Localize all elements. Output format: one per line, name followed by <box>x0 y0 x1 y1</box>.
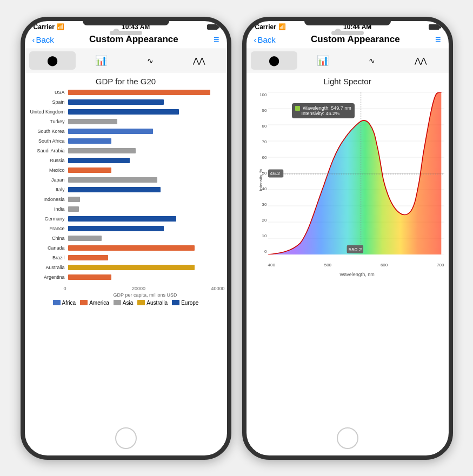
menu-button-2[interactable]: ≡ <box>435 34 441 45</box>
table-row: Australia <box>29 263 223 272</box>
tab-bar-1: ⬤ 📊 ∿ ⋀⋀ <box>25 49 227 72</box>
battery-area-2 <box>429 24 439 30</box>
back-button-2[interactable]: ‹ Back <box>254 35 276 44</box>
battery-icon-1 <box>207 24 218 30</box>
nav-title-2: Custom Appearance <box>311 34 400 45</box>
table-row: Japan <box>29 176 223 184</box>
list-item: Europe <box>172 300 198 306</box>
tab-bar-chart-2[interactable]: 📊 <box>299 51 347 70</box>
table-row: Brazil <box>29 253 223 262</box>
battery-icon-2 <box>429 24 439 30</box>
legend-color-dot <box>137 300 145 305</box>
carrier-text-2: Carrier <box>255 23 276 31</box>
list-item: Africa <box>53 300 76 306</box>
nav-title-1: Custom Appearance <box>89 34 178 45</box>
tooltip-wavelength: Wavelength: 549.7 nm <box>303 105 351 111</box>
y-ticks: 100 90 80 70 60 50 40 30 20 10 0 <box>256 92 267 254</box>
table-row: Argentina <box>29 273 223 281</box>
tab-bar-2: ⬤ 📊 ∿ ⋀⋀ <box>247 49 449 72</box>
tab-scatter-1[interactable]: ⬤ <box>29 51 76 70</box>
chart-title-1: GDP for the G20 <box>25 72 227 88</box>
wifi-icon-1: 📶 <box>57 23 64 30</box>
table-row: USA <box>29 88 223 97</box>
table-row: South Korea <box>29 127 223 136</box>
tab-line2-1[interactable]: ⋀⋀ <box>176 51 223 70</box>
table-row: Germany <box>29 214 223 223</box>
tab-line2-2[interactable]: ⋀⋀ <box>397 51 444 70</box>
tab-scatter-2[interactable]: ⬤ <box>251 51 298 70</box>
legend-1: AfricaAmericaAsiaAustraliaEurope <box>25 298 227 308</box>
chevron-left-icon-1: ‹ <box>32 35 35 44</box>
table-row: Spain <box>29 98 223 106</box>
back-button-1[interactable]: ‹ Back <box>32 35 54 44</box>
x-axis-title-2: Wavelength, nm <box>266 272 449 277</box>
table-row: South Africa <box>29 137 223 145</box>
tooltip: Wavelength: 549.7 nm Intensivity: 46.2% <box>292 103 355 118</box>
table-row: Indonesia <box>29 195 223 204</box>
tooltip-color-dot <box>295 106 300 111</box>
list-item: Asia <box>114 300 133 306</box>
menu-button-1[interactable]: ≡ <box>214 34 219 45</box>
chart-area-1: GDP for the G20 USASpainUnited KingdomTu… <box>25 72 227 308</box>
scatter-icon-2: ⬤ <box>269 55 279 66</box>
legend-color-dot <box>114 300 121 305</box>
legend-color-dot <box>53 300 61 305</box>
battery-area-1 <box>207 24 218 30</box>
back-label-1: Back <box>36 35 54 44</box>
time-1: 10:43 AM <box>122 23 150 31</box>
back-label-2: Back <box>258 35 276 44</box>
phone-2: Carrier 📶 10:44 AM ‹ Back Custom Appeara… <box>242 17 453 460</box>
table-row: Mexico <box>29 166 223 175</box>
legend-color-dot <box>80 300 88 305</box>
time-2: 10:44 AM <box>343 23 371 31</box>
carrier-info-1: Carrier 📶 <box>34 23 64 31</box>
phone-1: Carrier 📶 10:43 AM ‹ Back Custom Appeara… <box>21 17 231 460</box>
home-button-1[interactable] <box>115 427 137 449</box>
status-bar-2: Carrier 📶 10:44 AM <box>247 21 449 31</box>
bar-chart: USASpainUnited KingdomTurkeySouth KoreaS… <box>25 88 227 285</box>
home-button-2[interactable] <box>337 427 358 449</box>
tooltip-intensity: Intensivity: 46.2% <box>302 111 340 116</box>
tab-bar-chart-1[interactable]: 📊 <box>78 51 125 70</box>
table-row: Turkey <box>29 117 223 126</box>
x-tick-0: 0 <box>64 286 66 291</box>
line2-icon-2: ⋀⋀ <box>415 56 427 65</box>
chevron-left-icon-2: ‹ <box>254 35 257 44</box>
table-row: Russia <box>29 156 223 165</box>
line1-icon-2: ∿ <box>369 56 375 65</box>
wifi-icon-2: 📶 <box>278 23 286 30</box>
bar-chart-icon-1: 📊 <box>95 55 107 66</box>
x-tick-1: 20000 <box>132 286 145 291</box>
list-item: Australia <box>137 300 168 306</box>
svg-text:550.2: 550.2 <box>348 246 361 252</box>
svg-text:46.2: 46.2 <box>270 170 280 176</box>
table-row: Italy <box>29 185 223 194</box>
table-row: France <box>29 224 223 233</box>
carrier-text-1: Carrier <box>34 23 55 31</box>
x-axis-label-1: GDP per capita, millions USD <box>64 291 227 298</box>
table-row: Saudi Arabia <box>29 146 223 155</box>
x-tick-2: 40000 <box>211 286 224 291</box>
x-ticks-2: 400 500 600 700 <box>268 263 444 267</box>
bar-chart-icon-2: 📊 <box>317 55 329 66</box>
table-row: United Kingdom <box>29 108 223 116</box>
legend-color-dot <box>172 300 179 305</box>
chart-title-2: Light Spector <box>247 72 449 88</box>
scatter-icon-1: ⬤ <box>47 55 58 66</box>
carrier-info-2: Carrier 📶 <box>255 23 286 31</box>
line1-icon-1: ∿ <box>147 56 154 65</box>
status-bar-1: Carrier 📶 10:43 AM <box>25 21 227 31</box>
line2-icon-1: ⋀⋀ <box>193 56 205 65</box>
tab-line1-2[interactable]: ∿ <box>349 51 396 70</box>
table-row: India <box>29 205 223 213</box>
table-row: Canada <box>29 244 223 252</box>
tab-line1-1[interactable]: ∿ <box>127 51 174 70</box>
list-item: America <box>80 300 109 306</box>
spectrum-chart: Intensity, % 100 90 80 70 60 50 40 30 20… <box>249 88 447 272</box>
table-row: China <box>29 234 223 243</box>
